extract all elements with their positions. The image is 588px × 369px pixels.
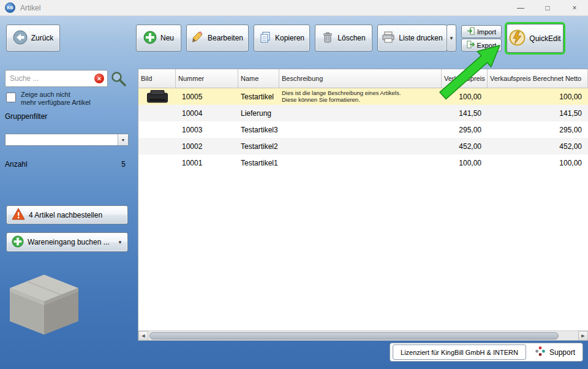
chevron-down-icon: ▼ xyxy=(118,134,128,145)
quickedit-label: QuickEdit xyxy=(529,34,560,43)
new-label: Neu xyxy=(160,34,174,42)
reorder-articles-label: 4 Artikel nachbestellen xyxy=(29,211,102,219)
search-box: × xyxy=(5,70,108,87)
quickedit-button[interactable]: QuickEdit xyxy=(507,24,564,53)
table-row[interactable]: 10004Lieferung141,50141,50 xyxy=(138,105,588,121)
import-button[interactable]: Import xyxy=(461,25,502,38)
table-header-row: BildNummerNameBeschreibungVerkaufspreisV… xyxy=(138,69,588,88)
count-label: Anzahl xyxy=(5,160,28,169)
import-label: Import xyxy=(477,28,496,36)
group-filter-value xyxy=(6,134,118,145)
printer-icon xyxy=(382,31,395,45)
trash-icon xyxy=(322,31,334,45)
print-list-button[interactable]: Liste drucken xyxy=(377,25,447,51)
horizontal-scrollbar[interactable]: ◀ ▶ xyxy=(138,330,588,340)
cell-nummer: 10003 xyxy=(176,121,238,138)
cell-bild xyxy=(138,121,176,138)
cell-verkaufspreis: 141,50 xyxy=(442,105,488,121)
cell-beschreibung xyxy=(279,105,442,121)
cell-nummer: 10005 xyxy=(176,88,238,105)
app-window: KB Artikel — □ × Zurück Neu Bearbeiten K… xyxy=(0,0,588,369)
article-table: BildNummerNameBeschreibungVerkaufspreisV… xyxy=(138,69,588,341)
cell-bild xyxy=(138,88,176,105)
search-input[interactable] xyxy=(5,70,108,87)
cell-bild xyxy=(138,138,176,154)
cell-verkaufspreis-netto: 295,00 xyxy=(488,121,588,138)
delete-label: Löschen xyxy=(337,34,365,42)
column-header-bild[interactable]: Bild xyxy=(138,69,176,88)
column-header-name[interactable]: Name xyxy=(238,69,279,88)
cell-name: Testartikel3 xyxy=(238,121,279,138)
show-unavailable-label[interactable]: Zeige auch nicht mehr verfügbare Artikel xyxy=(21,91,113,107)
close-button[interactable]: × xyxy=(561,0,588,16)
count-row: Anzahl 5 xyxy=(5,160,126,169)
license-button[interactable]: Lizenziert für KingBill GmbH & INTERN xyxy=(393,344,526,360)
support-button[interactable]: Support xyxy=(530,344,580,360)
plus-icon xyxy=(12,235,24,249)
support-pinwheel-icon xyxy=(535,346,546,359)
show-unavailable-checkbox[interactable] xyxy=(6,93,16,102)
plus-icon xyxy=(143,31,157,46)
cell-verkaufspreis: 100,00 xyxy=(442,154,488,171)
cell-beschreibung xyxy=(279,154,442,171)
table-row[interactable]: 10002Testartikel2452,00452,00 xyxy=(138,138,588,154)
goods-receipt-button[interactable]: Wareneingang buchen ... ▼ xyxy=(6,232,128,252)
count-value: 5 xyxy=(121,160,126,169)
print-list-dropdown-button[interactable]: ▼ xyxy=(447,25,456,51)
print-list-label: Liste drucken xyxy=(399,34,442,42)
copy-button[interactable]: Kopieren xyxy=(254,25,310,51)
table-row[interactable]: 10003Testartikel3295,00295,00 xyxy=(138,121,588,138)
edit-button[interactable]: Bearbeiten xyxy=(186,25,249,51)
column-header-nummer[interactable]: Nummer xyxy=(176,69,238,88)
import-icon xyxy=(467,27,475,36)
printer-image xyxy=(146,89,168,104)
statusbar: Lizenziert für KingBill GmbH & INTERN Su… xyxy=(390,343,583,362)
copy-label: Kopieren xyxy=(275,34,304,42)
cell-verkaufspreis-netto: 100,00 xyxy=(488,88,588,105)
group-filter-label: Gruppenfilter xyxy=(5,112,47,121)
cell-verkaufspreis-netto: 100,00 xyxy=(488,154,588,171)
search-icon[interactable] xyxy=(110,70,127,89)
export-button[interactable]: Export xyxy=(461,39,502,51)
export-icon xyxy=(467,40,475,50)
table-row[interactable]: 10001Testartikel1100,00100,00 xyxy=(138,154,588,171)
table-row[interactable]: 10005TestartikelDies ist die lange Besch… xyxy=(138,88,588,105)
chevron-down-icon: ▼ xyxy=(118,240,123,245)
cell-beschreibung xyxy=(279,138,442,154)
scroll-right-icon[interactable]: ▶ xyxy=(578,331,588,341)
warning-icon xyxy=(12,208,25,222)
export-label: Export xyxy=(477,42,497,49)
chevron-down-icon: ▼ xyxy=(449,36,454,41)
new-button[interactable]: Neu xyxy=(136,25,181,51)
back-arrow-icon xyxy=(13,30,28,47)
scroll-left-icon[interactable]: ◀ xyxy=(138,331,148,341)
column-header-verkaufspreis[interactable]: Verkaufspreis xyxy=(442,69,488,88)
minimize-button[interactable]: — xyxy=(507,0,534,16)
column-header-verkaufspreis-berechnet-netto[interactable]: Verkaufspreis Berechnet Netto xyxy=(488,69,588,88)
cell-beschreibung xyxy=(279,121,442,138)
group-filter-select[interactable]: ▼ xyxy=(5,134,129,146)
cell-verkaufspreis: 100,00 xyxy=(442,88,488,105)
window-title: Artikel xyxy=(20,4,40,12)
delete-button[interactable]: Löschen xyxy=(315,25,372,51)
cell-name: Testartikel xyxy=(238,88,279,105)
table-body: 10005TestartikelDies ist die lange Besch… xyxy=(138,88,588,171)
quickedit-lightning-icon xyxy=(509,29,526,48)
cell-bild xyxy=(138,105,176,121)
scrollbar-thumb[interactable] xyxy=(149,332,559,340)
cell-verkaufspreis-netto: 452,00 xyxy=(488,138,588,154)
cell-verkaufspreis: 295,00 xyxy=(442,121,488,138)
cell-verkaufspreis: 452,00 xyxy=(442,138,488,154)
cell-bild xyxy=(138,154,176,171)
cell-nummer: 10002 xyxy=(176,138,238,154)
window-controls: — □ × xyxy=(507,0,588,16)
back-button[interactable]: Zurück xyxy=(6,25,60,51)
edit-label: Bearbeiten xyxy=(208,34,243,42)
back-label: Zurück xyxy=(31,34,54,42)
goods-receipt-label: Wareneingang buchen ... xyxy=(28,238,110,246)
maximize-button[interactable]: □ xyxy=(534,0,561,16)
clear-search-icon[interactable]: × xyxy=(94,74,104,83)
copy-icon xyxy=(259,31,271,45)
reorder-articles-button[interactable]: 4 Artikel nachbestellen xyxy=(6,205,128,224)
column-header-beschreibung[interactable]: Beschreibung xyxy=(279,69,442,88)
